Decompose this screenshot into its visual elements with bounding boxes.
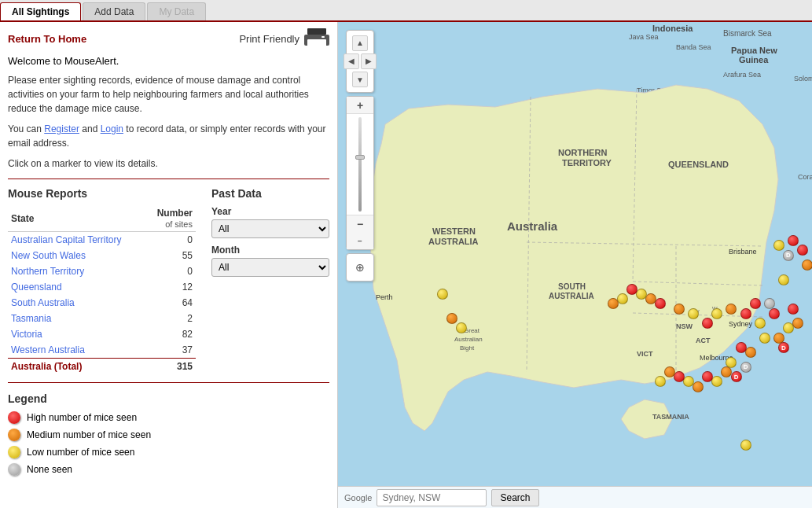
- search-icon: ⊕: [355, 261, 365, 274]
- state-count: 2: [146, 311, 196, 326]
- map-marker[interactable]: D: [740, 362, 751, 373]
- map-marker[interactable]: [446, 313, 457, 324]
- map-marker[interactable]: [636, 289, 647, 300]
- zoom-in-button[interactable]: +: [347, 97, 373, 114]
- table-row: Northern Territory0: [8, 263, 196, 279]
- print-friendly-btn[interactable]: Print Friendly: [239, 28, 329, 49]
- map-marker[interactable]: [688, 308, 699, 319]
- body-text-3: Click on a marker to view its details.: [8, 156, 329, 171]
- map-marker[interactable]: [683, 376, 694, 387]
- return-home-link[interactable]: Return To Home: [8, 33, 86, 45]
- print-icon: [304, 28, 329, 49]
- body-text-1: Please enter sighting records, evidence …: [8, 73, 329, 116]
- map-search-control[interactable]: ⊕: [346, 253, 374, 282]
- state-name[interactable]: Tasmania: [8, 311, 146, 326]
- reports-section: Mouse Reports State Number of sites Aust…: [8, 187, 329, 374]
- year-select[interactable]: All 2013 2012 2011: [211, 219, 329, 238]
- map-marker[interactable]: [750, 298, 761, 309]
- body2-pre: You can: [8, 123, 44, 134]
- state-col-header: State: [8, 206, 146, 232]
- zoom-out-button[interactable]: −: [347, 215, 373, 232]
- state-name[interactable]: South Australia: [8, 295, 146, 311]
- map-marker[interactable]: [655, 298, 666, 309]
- legend-dot-gray: [8, 463, 20, 476]
- map-marker[interactable]: [745, 347, 756, 358]
- map-marker[interactable]: [693, 381, 704, 392]
- map-marker[interactable]: [702, 318, 713, 329]
- legend-dot-yellow: [8, 446, 20, 458]
- tab-all-sightings[interactable]: All Sightings: [0, 2, 81, 20]
- legend-item: High number of mice seen: [8, 411, 329, 424]
- map-marker[interactable]: [797, 245, 808, 256]
- zoom-out2-button[interactable]: −: [347, 232, 373, 249]
- markers-container: DDDD: [338, 22, 812, 508]
- map-marker[interactable]: [617, 293, 628, 304]
- map-marker[interactable]: [645, 293, 656, 304]
- map-marker[interactable]: [674, 304, 685, 315]
- map-marker[interactable]: [736, 342, 747, 353]
- google-label: Google: [344, 493, 372, 502]
- map-marker[interactable]: [721, 366, 732, 377]
- reports-left: Mouse Reports State Number of sites Aust…: [8, 187, 196, 374]
- state-name[interactable]: Victoria: [8, 326, 146, 342]
- total-count: 315: [146, 359, 196, 375]
- table-row: New South Wales55: [8, 248, 196, 263]
- legend-title: Legend: [8, 392, 329, 405]
- state-count: 55: [146, 248, 196, 263]
- map-marker[interactable]: [456, 322, 467, 333]
- tabs-bar: All Sightings Add Data My Data: [0, 0, 812, 22]
- month-select[interactable]: All January February March: [211, 258, 329, 277]
- register-link[interactable]: Register: [44, 123, 79, 134]
- map-marker[interactable]: [759, 333, 770, 344]
- map-marker[interactable]: D: [731, 371, 742, 382]
- map-panel[interactable]: Bismarck Sea Java Sea Banda Sea Arafura …: [338, 22, 812, 508]
- map-marker[interactable]: [664, 366, 675, 377]
- pan-left-button[interactable]: ◀: [344, 53, 359, 69]
- login-link[interactable]: Login: [101, 123, 123, 134]
- state-name[interactable]: New South Wales: [8, 248, 146, 263]
- map-marker[interactable]: D: [783, 250, 794, 261]
- map-marker[interactable]: [711, 376, 722, 387]
- legend-label: Medium number of mice seen: [27, 429, 151, 440]
- map-marker[interactable]: [655, 376, 666, 387]
- total-label[interactable]: Australia (Total): [8, 359, 146, 375]
- map-marker[interactable]: [626, 284, 637, 295]
- tab-my-data: My Data: [147, 2, 206, 20]
- map-marker[interactable]: [788, 235, 799, 246]
- legend-dot-red: [8, 411, 20, 424]
- map-marker[interactable]: [711, 308, 722, 319]
- svg-rect-0: [307, 28, 326, 35]
- state-name[interactable]: Australian Capital Territory: [8, 232, 146, 248]
- state-name[interactable]: Northern Territory: [8, 263, 146, 279]
- map-marker[interactable]: [726, 304, 737, 315]
- map-marker[interactable]: [608, 298, 619, 309]
- map-marker[interactable]: D: [778, 342, 789, 353]
- pan-down-button[interactable]: ▼: [352, 72, 368, 87]
- map-marker[interactable]: [802, 260, 812, 271]
- pan-up-button[interactable]: ▲: [352, 35, 368, 51]
- pan-right-button[interactable]: ▶: [361, 53, 377, 69]
- map-marker[interactable]: [792, 318, 803, 329]
- map-marker[interactable]: [773, 240, 784, 251]
- map-marker[interactable]: [740, 308, 751, 319]
- map-search-input[interactable]: [377, 489, 487, 506]
- map-marker[interactable]: [437, 289, 448, 300]
- map-marker[interactable]: [788, 304, 799, 315]
- state-name[interactable]: Western Australia: [8, 342, 146, 359]
- map-search-button[interactable]: Search: [491, 489, 538, 506]
- zoom-slider-track: [358, 117, 362, 212]
- state-count: 82: [146, 326, 196, 342]
- legend-item: None seen: [8, 463, 329, 476]
- map-marker[interactable]: [755, 318, 766, 329]
- table-row: Victoria82: [8, 326, 196, 342]
- map-marker[interactable]: [778, 274, 789, 285]
- zoom-slider-thumb[interactable]: [355, 155, 365, 160]
- map-marker[interactable]: [674, 371, 685, 382]
- legend-item: Low number of mice seen: [8, 446, 329, 458]
- tab-add-data[interactable]: Add Data: [83, 2, 145, 20]
- map-marker[interactable]: [740, 440, 751, 451]
- map-marker[interactable]: [769, 308, 780, 319]
- state-name[interactable]: Queensland: [8, 279, 146, 295]
- svg-rect-3: [321, 36, 325, 38]
- map-marker[interactable]: [702, 371, 713, 382]
